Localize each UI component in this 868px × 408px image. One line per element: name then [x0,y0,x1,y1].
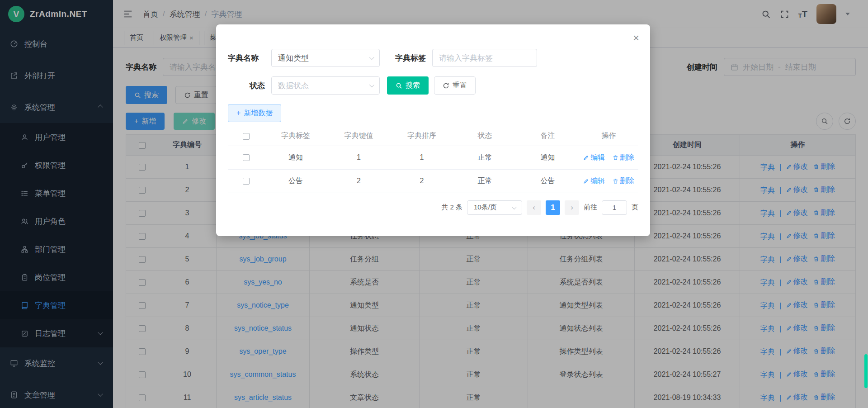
pagination: 共 2 条 10条/页 ‹ 1 › 前往 1 页 [228,200,638,215]
cell-dict-label: 公告 [264,169,327,193]
row-checkbox[interactable] [243,154,250,161]
dict-name-label: 字典名称 [228,53,265,63]
cell-remark: 通知 [516,146,579,169]
select-all-checkbox[interactable] [243,133,250,140]
modal-reset-button[interactable]: 重置 [434,76,476,95]
chevron-down-icon [369,55,374,60]
cell-dict-sort: 1 [390,146,453,169]
goto-page-input[interactable]: 1 [602,200,627,215]
header-dict-label: 字典标签 [264,127,327,146]
delete-link[interactable]: 删除 [613,176,634,186]
header-dict-value: 字典键值 [327,127,390,146]
page-size-select[interactable]: 10条/页 [467,200,522,215]
header-dict-sort: 字典排序 [390,127,453,146]
plus-icon: + [236,109,241,117]
modal-search-button[interactable]: 搜索 [387,76,429,95]
header-status: 状态 [453,127,516,146]
modal-table-row: 公告 2 2 正常 公告 编辑 删除 [228,169,638,193]
status-select[interactable]: 数据状态 [271,76,380,95]
prev-page-button[interactable]: ‹ [527,200,541,215]
cell-dict-value: 1 [327,146,390,169]
edit-link[interactable]: 编辑 [583,153,605,162]
modal-table-row: 通知 1 1 正常 通知 编辑 删除 [228,146,638,169]
scrollbar-thumb[interactable] [864,354,868,388]
dict-name-select[interactable]: 通知类型 [271,49,380,67]
next-page-button[interactable]: › [565,200,579,215]
modal-table-header-row: 字典标签 字典键值 字典排序 状态 备注 操作 [228,127,638,146]
goto-label: 前往 [584,203,597,212]
header-remark: 备注 [516,127,579,146]
dict-data-dialog: × 字典名称 通知类型 字典标签 请输入字典标签 状态 数据状态 搜索 重置 +… [216,24,650,236]
cell-remark: 公告 [516,169,579,193]
dict-label-input[interactable]: 请输入字典标签 [432,49,537,67]
add-data-button[interactable]: + 新增数据 [228,104,281,122]
pagination-total: 共 2 条 [441,203,462,212]
current-page-button[interactable]: 1 [546,200,560,215]
dict-data-table: 字典标签 字典键值 字典排序 状态 备注 操作 通知 1 1 正常 通知 编辑 [228,127,638,193]
header-actions: 操作 [579,127,638,146]
status-label: 状态 [228,81,265,91]
close-icon[interactable]: × [633,33,639,43]
cell-dict-sort: 2 [390,169,453,193]
row-checkbox[interactable] [243,178,250,185]
cell-status: 正常 [453,146,516,169]
dict-label-label: 字典标签 [395,53,426,63]
cell-status: 正常 [453,169,516,193]
delete-link[interactable]: 删除 [613,153,634,162]
chevron-down-icon [512,204,517,209]
cell-dict-value: 2 [327,169,390,193]
cell-dict-label: 通知 [264,146,327,169]
chevron-down-icon [369,82,374,87]
edit-link[interactable]: 编辑 [583,176,605,186]
page-unit-label: 页 [632,203,638,212]
